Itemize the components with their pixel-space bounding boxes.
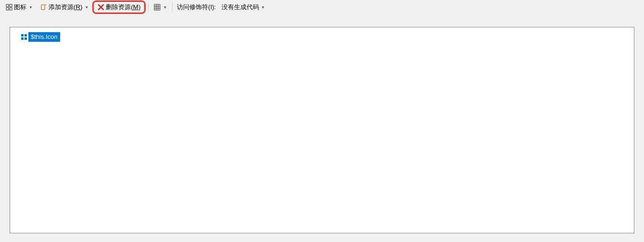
access-modifier-combo[interactable]: 没有生成代码 ▼ xyxy=(219,2,268,12)
delete-resource-button[interactable]: 删除资源(M) xyxy=(95,2,143,12)
add-resource-icon xyxy=(39,3,47,11)
svg-rect-13 xyxy=(25,37,27,40)
access-modifier-value: 没有生成代码 xyxy=(222,3,259,12)
svg-rect-11 xyxy=(25,34,27,36)
chevron-down-icon: ▼ xyxy=(163,5,167,10)
annotation-highlight: 删除资源(M) xyxy=(92,0,146,14)
resource-list-panel[interactable]: $this.Icon xyxy=(10,27,634,233)
chevron-down-icon: ▼ xyxy=(29,5,33,10)
svg-rect-0 xyxy=(6,4,9,7)
access-modifier-label: 访问修饰符(I): xyxy=(175,3,218,12)
add-resource-label: 添加资源(R) xyxy=(49,3,83,12)
chevron-down-icon: ▼ xyxy=(85,5,88,10)
grid-layout-icon xyxy=(154,4,161,11)
svg-rect-12 xyxy=(21,37,24,40)
layout-dropdown[interactable]: ▼ xyxy=(151,1,170,13)
svg-rect-10 xyxy=(21,34,24,36)
svg-rect-2 xyxy=(6,8,9,10)
toolbar-separator xyxy=(148,2,149,12)
view-mode-label: 图标 xyxy=(14,3,26,12)
app-icon xyxy=(20,33,28,41)
resource-editor-toolbar: 图标 ▼ 添加资源(R) ▼ 删除资源(M) xyxy=(0,0,644,14)
grid-view-icon xyxy=(6,4,12,11)
chevron-down-icon: ▼ xyxy=(261,5,265,10)
svg-rect-1 xyxy=(10,4,12,7)
add-resource-splitbutton[interactable]: 添加资源(R) ▼ xyxy=(37,1,91,13)
svg-point-4 xyxy=(45,4,46,5)
toolbar-separator xyxy=(172,2,173,12)
delete-x-icon xyxy=(98,4,104,11)
svg-rect-5 xyxy=(154,4,160,10)
resource-item-this-icon[interactable]: $this.Icon xyxy=(20,32,60,42)
delete-resource-label: 删除资源(M) xyxy=(106,3,140,12)
resource-item-label: $this.Icon xyxy=(28,32,60,42)
svg-rect-3 xyxy=(10,8,12,10)
view-mode-dropdown[interactable]: 图标 ▼ xyxy=(3,1,36,13)
